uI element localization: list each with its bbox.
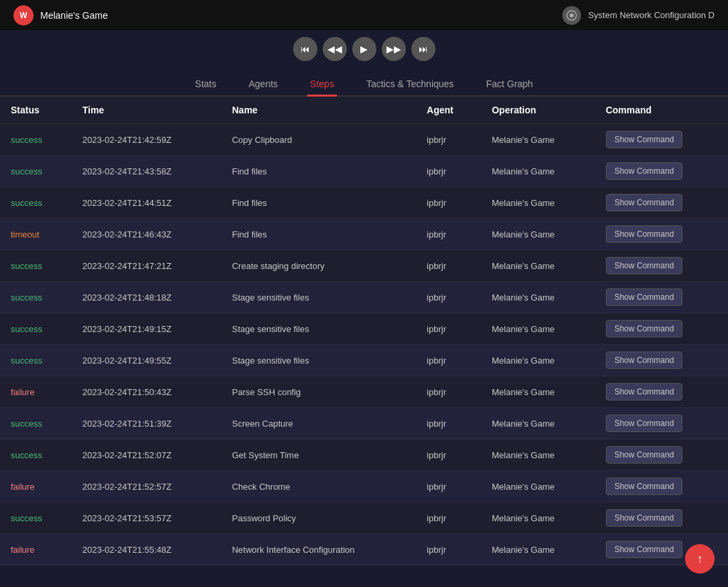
cell-status: success <box>0 313 72 345</box>
show-command-button[interactable]: Show Command <box>606 352 683 369</box>
cell-status: failure <box>0 376 72 408</box>
cell-operation: Melanie's Game <box>481 439 595 471</box>
col-status: Status <box>0 97 72 124</box>
cell-status: failure <box>0 534 72 566</box>
btn-prev[interactable]: ◀◀ <box>323 37 347 61</box>
tab-agents[interactable]: Agents <box>246 73 280 97</box>
cell-time: 2023-02-24T21:53:57Z <box>72 502 221 534</box>
col-time: Time <box>72 97 221 124</box>
tab-tactics[interactable]: Tactics & Techniques <box>364 73 456 97</box>
cell-agent: ipbrjr <box>416 408 481 439</box>
cell-operation: Melanie's Game <box>481 124 595 156</box>
cell-agent: ipbrjr <box>416 219 481 250</box>
btn-play[interactable]: ▶ <box>352 37 376 61</box>
cell-agent: ipbrjr <box>416 345 481 376</box>
table-row: success 2023-02-24T21:43:58Z Find files … <box>0 156 728 187</box>
cell-name: Network Interface Configuration <box>221 534 416 566</box>
steps-table: Status Time Name Agent Operation Command… <box>0 97 728 566</box>
top-bar: W Melanie's Game System Network Configur… <box>0 0 728 30</box>
system-icon <box>562 6 581 25</box>
table-row: success 2023-02-24T21:51:39Z Screen Capt… <box>0 408 728 439</box>
table-row: success 2023-02-24T21:52:07Z Get System … <box>0 439 728 471</box>
tab-fact-graph[interactable]: Fact Graph <box>483 73 535 97</box>
cell-command: Show Command <box>595 187 728 219</box>
cell-status: success <box>0 282 72 313</box>
show-command-button[interactable]: Show Command <box>606 131 683 148</box>
tab-steps[interactable]: Steps <box>307 73 337 97</box>
show-command-button[interactable]: Show Command <box>606 257 683 274</box>
cell-name: Find files <box>221 219 416 250</box>
col-name: Name <box>221 97 416 124</box>
cell-name: Find files <box>221 187 416 219</box>
cell-command: Show Command <box>595 282 728 313</box>
cell-status: timeout <box>0 219 72 250</box>
playback-bar: ⏮ ◀◀ ▶ ▶▶ ⏭ <box>0 30 728 68</box>
cell-status: success <box>0 439 72 471</box>
cell-name: Stage sensitive files <box>221 282 416 313</box>
steps-table-container: Status Time Name Agent Operation Command… <box>0 97 728 566</box>
show-command-button[interactable]: Show Command <box>606 541 683 558</box>
cell-name: Find files <box>221 156 416 187</box>
table-row: success 2023-02-24T21:49:55Z Stage sensi… <box>0 345 728 376</box>
table-row: success 2023-02-24T21:42:59Z Copy Clipbo… <box>0 124 728 156</box>
table-row: success 2023-02-24T21:48:18Z Stage sensi… <box>0 282 728 313</box>
cell-time: 2023-02-24T21:52:57Z <box>72 471 221 502</box>
show-command-button[interactable]: Show Command <box>606 446 683 464</box>
cell-time: 2023-02-24T21:55:48Z <box>72 534 221 566</box>
cell-agent: ipbrjr <box>416 471 481 502</box>
cell-time: 2023-02-24T21:50:43Z <box>72 376 221 408</box>
svg-point-1 <box>570 13 574 17</box>
cell-command: Show Command <box>595 471 728 502</box>
cell-agent: ipbrjr <box>416 502 481 534</box>
cell-status: success <box>0 156 72 187</box>
table-header-row: Status Time Name Agent Operation Command <box>0 97 728 124</box>
cell-name: Stage sensitive files <box>221 313 416 345</box>
cell-name: Stage sensitive files <box>221 345 416 376</box>
cell-operation: Melanie's Game <box>481 250 595 282</box>
cell-status: success <box>0 502 72 534</box>
tab-stats[interactable]: Stats <box>193 73 219 97</box>
cell-operation: Melanie's Game <box>481 376 595 408</box>
cell-name: Copy Clipboard <box>221 124 416 156</box>
cell-operation: Melanie's Game <box>481 408 595 439</box>
cell-operation: Melanie's Game <box>481 156 595 187</box>
cell-time: 2023-02-24T21:44:51Z <box>72 187 221 219</box>
cell-time: 2023-02-24T21:47:21Z <box>72 250 221 282</box>
cell-operation: Melanie's Game <box>481 345 595 376</box>
cell-operation: Melanie's Game <box>481 219 595 250</box>
game-title: Melanie's Game <box>40 10 108 21</box>
show-command-button[interactable]: Show Command <box>606 509 683 527</box>
table-row: success 2023-02-24T21:47:21Z Create stag… <box>0 250 728 282</box>
cell-command: Show Command <box>595 250 728 282</box>
col-command: Command <box>595 97 728 124</box>
cell-command: Show Command <box>595 124 728 156</box>
cell-time: 2023-02-24T21:52:07Z <box>72 439 221 471</box>
cell-operation: Melanie's Game <box>481 502 595 534</box>
cell-status: success <box>0 124 72 156</box>
cell-time: 2023-02-24T21:49:55Z <box>72 345 221 376</box>
show-command-button[interactable]: Show Command <box>606 194 683 211</box>
cell-operation: Melanie's Game <box>481 313 595 345</box>
show-command-button[interactable]: Show Command <box>606 415 683 432</box>
cell-command: Show Command <box>595 219 728 250</box>
cell-command: Show Command <box>595 439 728 471</box>
show-command-button[interactable]: Show Command <box>606 383 683 401</box>
show-command-button[interactable]: Show Command <box>606 162 683 180</box>
show-command-button[interactable]: Show Command <box>606 288 683 306</box>
table-row: success 2023-02-24T21:49:15Z Stage sensi… <box>0 313 728 345</box>
show-command-button[interactable]: Show Command <box>606 320 683 337</box>
cell-agent: ipbrjr <box>416 282 481 313</box>
cell-operation: Melanie's Game <box>481 187 595 219</box>
cell-command: Show Command <box>595 345 728 376</box>
cell-status: success <box>0 250 72 282</box>
cell-agent: ipbrjr <box>416 376 481 408</box>
show-command-button[interactable]: Show Command <box>606 478 683 495</box>
btn-first[interactable]: ⏮ <box>293 37 317 61</box>
tabs-bar: Stats Agents Steps Tactics & Techniques … <box>0 68 728 97</box>
cell-command: Show Command <box>595 376 728 408</box>
btn-last[interactable]: ⏭ <box>411 37 435 61</box>
cell-time: 2023-02-24T21:43:58Z <box>72 156 221 187</box>
btn-next[interactable]: ▶▶ <box>382 37 406 61</box>
cell-agent: ipbrjr <box>416 187 481 219</box>
show-command-button[interactable]: Show Command <box>606 225 683 243</box>
